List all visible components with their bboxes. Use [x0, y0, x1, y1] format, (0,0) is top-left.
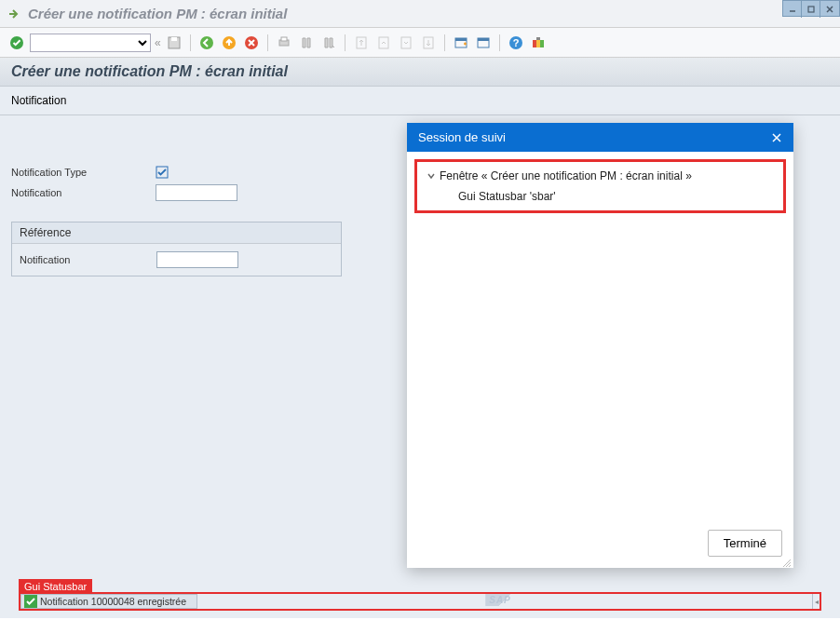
- print-icon[interactable]: [275, 34, 293, 52]
- page-title: Créer une notification PM : écran initia…: [11, 63, 829, 80]
- svg-rect-22: [540, 40, 544, 47]
- window-controls: [782, 0, 840, 17]
- help-icon[interactable]: ?: [507, 34, 525, 52]
- history-back-icon[interactable]: «: [155, 36, 161, 49]
- layout-icon[interactable]: [474, 34, 493, 52]
- input-ref-notification[interactable]: [156, 251, 238, 268]
- popup-footer: Terminé: [407, 519, 793, 568]
- label-ref-notification: Notification: [20, 254, 156, 265]
- find-next-icon[interactable]: [319, 34, 338, 52]
- find-icon[interactable]: [297, 34, 316, 52]
- command-field[interactable]: [30, 34, 151, 52]
- status-message-box: Notification 10000048 enregistrée: [20, 594, 197, 609]
- statusbar: Notification 10000048 enregistrée SAP ◂: [19, 592, 821, 611]
- close-button[interactable]: [820, 1, 839, 18]
- prev-page-icon[interactable]: [374, 34, 393, 52]
- back-icon[interactable]: [197, 34, 216, 52]
- minimize-button[interactable]: [783, 1, 802, 18]
- toolbar-divider: [444, 34, 445, 51]
- cancel-icon[interactable]: [242, 34, 261, 52]
- row-ref-notification: Notification: [20, 249, 333, 270]
- tab-notification[interactable]: Notification: [11, 94, 66, 107]
- chevron-down-icon: [427, 171, 436, 181]
- svg-rect-17: [478, 38, 489, 41]
- customize-icon[interactable]: [529, 34, 548, 52]
- session-popup: Session de suivi Fenêtre « Créer une not…: [407, 123, 793, 568]
- label-notification-type: Notification Type: [11, 167, 156, 178]
- tree-root[interactable]: Fenêtre « Créer une notification PM : éc…: [421, 166, 779, 186]
- svg-rect-11: [379, 37, 388, 48]
- resize-grip-icon[interactable]: [780, 555, 792, 566]
- page-header: Créer une notification PM : écran initia…: [0, 58, 840, 87]
- input-notification[interactable]: [156, 184, 237, 201]
- last-page-icon[interactable]: [419, 34, 438, 52]
- toolbar: « ?: [0, 28, 840, 58]
- maximize-button[interactable]: [802, 1, 820, 18]
- svg-rect-4: [171, 37, 177, 41]
- label-notification: Notification: [11, 187, 156, 198]
- svg-rect-21: [536, 40, 540, 47]
- tree-child[interactable]: Gui Statusbar 'sbar': [421, 186, 779, 207]
- tree-root-label: Fenêtre « Créer une notification PM : éc…: [440, 169, 692, 182]
- window-titlebar: Créer une notification PM : écran initia…: [0, 0, 840, 28]
- popup-close-button[interactable]: [771, 132, 782, 143]
- success-icon: [24, 595, 37, 608]
- popup-titlebar: Session de suivi: [407, 123, 793, 152]
- svg-rect-1: [808, 7, 814, 12]
- type-required-icon: [156, 166, 169, 179]
- statusbar-fill: SAP: [197, 594, 812, 609]
- svg-rect-23: [536, 37, 540, 40]
- ok-icon[interactable]: [7, 34, 26, 52]
- app-icon: [7, 7, 22, 21]
- toolbar-divider: [267, 34, 268, 51]
- exit-icon[interactable]: [220, 34, 238, 52]
- tab-bar: Notification: [0, 87, 840, 115]
- svg-text:?: ?: [512, 37, 519, 48]
- sap-logo: SAP: [485, 594, 524, 606]
- reference-title: Référence: [12, 222, 341, 244]
- toolbar-divider: [345, 34, 345, 51]
- svg-rect-20: [533, 40, 536, 47]
- reference-group: Référence Notification: [11, 222, 342, 276]
- popup-body: Fenêtre « Créer une notification PM : éc…: [407, 152, 793, 519]
- new-session-icon[interactable]: [452, 34, 470, 52]
- svg-point-5: [200, 36, 213, 49]
- svg-rect-9: [281, 37, 287, 41]
- save-icon[interactable]: [165, 34, 183, 52]
- tree-child-label: Gui Statusbar 'sbar': [458, 190, 556, 203]
- next-page-icon[interactable]: [397, 34, 415, 52]
- first-page-icon[interactable]: [352, 34, 371, 52]
- window-title: Créer une notification PM : écran initia…: [28, 6, 782, 21]
- popup-title-text: Session de suivi: [418, 130, 506, 144]
- done-button[interactable]: Terminé: [708, 530, 782, 557]
- status-expand-icon[interactable]: ◂: [812, 594, 820, 609]
- highlighted-tree: Fenêtre « Créer une notification PM : éc…: [414, 159, 786, 213]
- status-message: Notification 10000048 enregistrée: [40, 596, 186, 607]
- svg-rect-15: [455, 38, 467, 41]
- toolbar-divider: [499, 34, 500, 51]
- svg-rect-12: [401, 37, 411, 48]
- toolbar-divider: [190, 34, 191, 51]
